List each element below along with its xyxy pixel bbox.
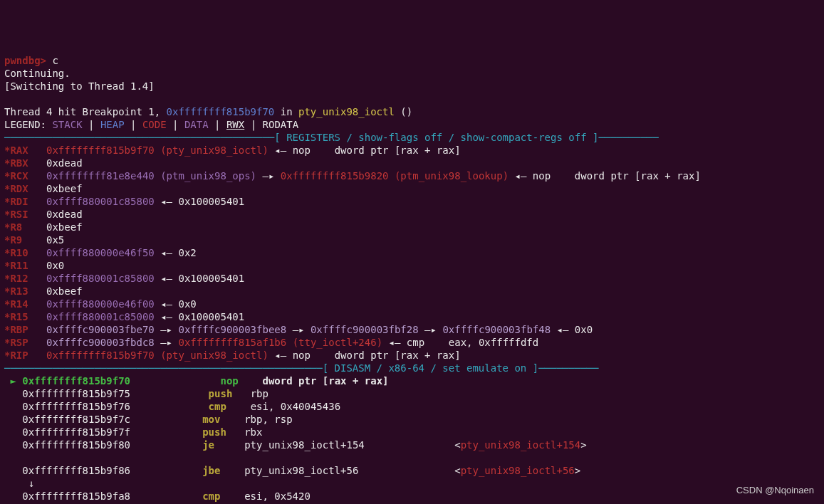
watermark: CSDN @Nqoinaen (736, 484, 814, 497)
terminal-output[interactable]: pwndbg> c Continuing. [Switching to Thre… (4, 54, 820, 504)
